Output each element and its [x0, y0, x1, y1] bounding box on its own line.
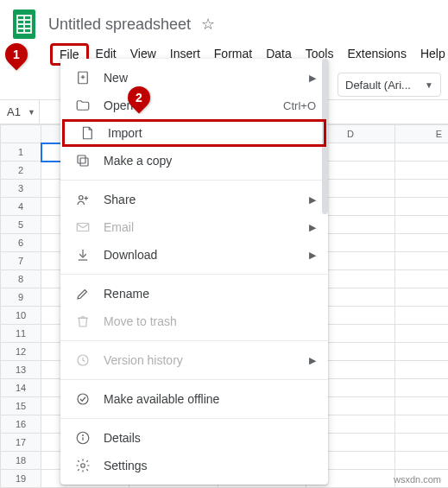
chevron-right-icon: ▶: [309, 73, 316, 84]
menu-item-settings[interactable]: Settings: [60, 452, 328, 479]
chevron-right-icon: ▶: [309, 222, 316, 233]
document-title[interactable]: Untitled spreadsheet: [48, 16, 191, 34]
menu-item-label: Email: [104, 220, 134, 234]
row-header[interactable]: 12: [1, 343, 41, 361]
cell[interactable]: [394, 325, 448, 343]
svg-rect-3: [80, 158, 88, 166]
menu-item-label: Settings: [104, 459, 148, 472]
menu-item-share[interactable]: Share ▶: [60, 186, 328, 213]
svg-rect-4: [78, 155, 85, 163]
menu-item-rename[interactable]: Rename: [60, 280, 328, 307]
row-header[interactable]: 15: [1, 397, 41, 415]
new-icon: [74, 69, 91, 86]
cell[interactable]: [394, 343, 448, 361]
cell[interactable]: [394, 415, 448, 434]
row-header[interactable]: 8: [1, 270, 41, 288]
cell[interactable]: [394, 252, 448, 270]
name-box[interactable]: A1 ▼: [0, 100, 40, 124]
row-header[interactable]: 16: [1, 415, 41, 434]
file-menu-dropdown: New ▶ Open Ctrl+O Import Make a copy Sha…: [60, 59, 328, 485]
menu-item-import[interactable]: Import: [62, 119, 326, 147]
gear-icon: [74, 457, 91, 474]
star-icon[interactable]: ☆: [201, 15, 215, 34]
history-icon: [74, 352, 91, 369]
row-header[interactable]: 2: [1, 162, 41, 180]
svg-point-5: [79, 196, 84, 200]
cell[interactable]: [394, 307, 448, 325]
svg-point-17: [81, 464, 85, 468]
menu-extensions[interactable]: Extensions: [340, 43, 413, 66]
watermark: wsxdn.com: [394, 474, 441, 485]
row-header[interactable]: 5: [1, 216, 41, 234]
cell[interactable]: [394, 180, 448, 198]
row-header[interactable]: 13: [1, 361, 41, 379]
cell[interactable]: [394, 397, 448, 415]
row-header[interactable]: 17: [1, 434, 41, 452]
row-header[interactable]: 1: [1, 143, 41, 162]
font-selector[interactable]: Default (Ari... ▼: [338, 73, 441, 97]
copy-icon: [74, 152, 91, 169]
chevron-right-icon: ▶: [309, 355, 316, 366]
cell[interactable]: [394, 162, 448, 180]
separator: [60, 418, 328, 419]
separator: [60, 180, 328, 181]
font-selector-label: Default (Ari...: [345, 79, 411, 92]
info-icon: [74, 429, 91, 447]
row-header[interactable]: 11: [1, 325, 41, 343]
select-all-corner[interactable]: [1, 125, 41, 143]
separator: [60, 379, 328, 380]
row-header[interactable]: 4: [1, 198, 41, 216]
menu-item-label: Rename: [104, 287, 149, 301]
menu-item-label: Import: [108, 126, 142, 140]
menu-item-label: Move to trash: [104, 314, 177, 328]
menu-item-label: Download: [104, 248, 157, 262]
menu-item-label: Make a copy: [104, 154, 172, 168]
menu-item-label: Share: [104, 193, 136, 206]
menu-item-details[interactable]: Details: [60, 424, 328, 452]
svg-point-16: [83, 435, 84, 436]
sheets-logo[interactable]: [7, 7, 41, 41]
offline-icon: [74, 390, 91, 408]
menu-help[interactable]: Help: [413, 43, 448, 66]
email-icon: [74, 219, 91, 236]
row-header[interactable]: 6: [1, 234, 41, 252]
row-header[interactable]: 9: [1, 288, 41, 307]
cell[interactable]: [394, 143, 448, 162]
menu-item-email: Email ▶: [60, 213, 328, 241]
menu-item-offline[interactable]: Make available offline: [60, 385, 328, 413]
name-box-value: A1: [7, 105, 21, 118]
shortcut-label: Ctrl+O: [283, 99, 316, 112]
pencil-icon: [74, 285, 91, 302]
menu-item-trash: Move to trash: [60, 307, 328, 335]
file-icon: [79, 124, 96, 142]
row-header[interactable]: 19: [1, 470, 41, 488]
col-header[interactable]: E: [394, 125, 448, 143]
row-header[interactable]: 18: [1, 452, 41, 470]
caret-down-icon: ▼: [28, 108, 35, 117]
separator: [60, 274, 328, 275]
menu-item-label: Details: [104, 431, 141, 445]
cell[interactable]: [394, 288, 448, 307]
row-header[interactable]: 10: [1, 307, 41, 325]
cell[interactable]: [394, 198, 448, 216]
menu-item-make-copy[interactable]: Make a copy: [60, 147, 328, 174]
menu-item-new[interactable]: New ▶: [60, 64, 328, 92]
chevron-right-icon: ▶: [309, 194, 316, 206]
cell[interactable]: [394, 379, 448, 397]
folder-icon: [74, 97, 91, 114]
row-header[interactable]: 3: [1, 180, 41, 198]
cell[interactable]: [394, 361, 448, 379]
cell[interactable]: [394, 270, 448, 288]
menu-item-open[interactable]: Open Ctrl+O: [60, 92, 328, 119]
cell[interactable]: [394, 216, 448, 234]
row-header[interactable]: 14: [1, 379, 41, 397]
cell[interactable]: [394, 234, 448, 252]
cell[interactable]: [394, 452, 448, 470]
cell[interactable]: [394, 434, 448, 452]
menu-item-download[interactable]: Download ▶: [60, 241, 328, 269]
share-icon: [74, 191, 91, 208]
menu-item-label: New: [104, 71, 128, 85]
chevron-right-icon: ▶: [309, 250, 316, 261]
row-header[interactable]: 7: [1, 252, 41, 270]
menu-item-version-history: Version history ▶: [60, 346, 328, 374]
